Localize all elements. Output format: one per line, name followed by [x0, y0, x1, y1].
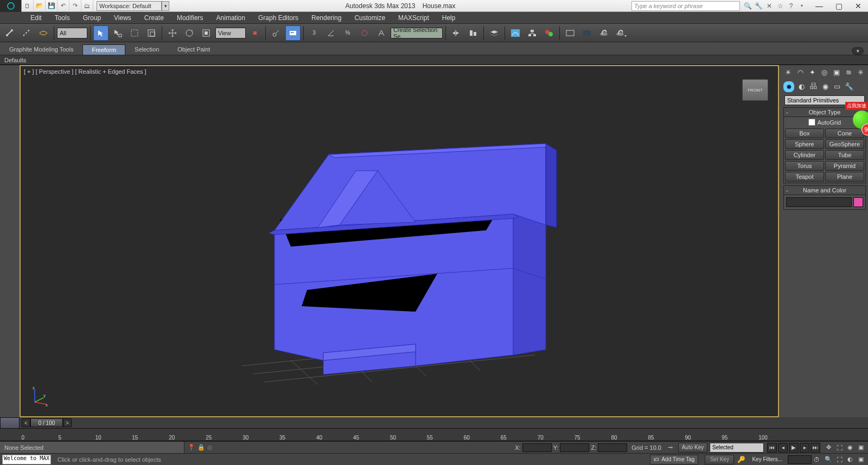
- material-editor-icon[interactable]: [541, 25, 557, 41]
- menu-graph-editors[interactable]: Graph Editors: [252, 12, 305, 24]
- menu-tools[interactable]: Tools: [48, 12, 76, 24]
- z-coord-input[interactable]: [598, 443, 627, 452]
- workspace-arrow-icon[interactable]: ▾: [162, 1, 169, 11]
- new-icon[interactable]: 🗋: [22, 0, 34, 12]
- menu-group[interactable]: Group: [76, 12, 107, 24]
- menu-help[interactable]: Help: [436, 12, 462, 24]
- teapot-button[interactable]: Teapot: [785, 172, 824, 182]
- render-flyout-icon[interactable]: [613, 25, 628, 41]
- rotate-icon[interactable]: [182, 25, 197, 41]
- goto-start-icon[interactable]: ⏮: [767, 443, 777, 453]
- scale-icon[interactable]: [199, 25, 214, 41]
- ribbon-tab-selection[interactable]: Selection: [125, 44, 168, 55]
- object-name-input[interactable]: [786, 197, 852, 207]
- select-by-name-icon[interactable]: [110, 25, 125, 41]
- motion-panel-button[interactable]: ◉: [820, 81, 830, 91]
- menu-edit[interactable]: Edit: [24, 12, 48, 24]
- key-mode-icon[interactable]: ⊸: [668, 444, 673, 451]
- vp-fov-icon[interactable]: ◐: [845, 455, 855, 464]
- viewcube[interactable]: FRONT: [742, 79, 768, 101]
- workspace-dropdown[interactable]: Workspace: Default: [97, 1, 162, 11]
- isolate-icon[interactable]: ◎: [207, 444, 213, 451]
- open-icon[interactable]: 📂: [34, 0, 46, 12]
- keyboard-shortcut-override-icon[interactable]: [285, 25, 301, 41]
- timeslider-right-arrow[interactable]: >: [63, 418, 72, 427]
- render-setup-icon[interactable]: [563, 25, 578, 41]
- favorite-icon[interactable]: ☆: [776, 2, 784, 10]
- pin-icon[interactable]: 📍: [188, 444, 195, 451]
- project-icon[interactable]: 🗂: [81, 0, 93, 12]
- spinner-snap-icon[interactable]: [357, 25, 372, 41]
- pyramid-button[interactable]: Pyramid: [825, 161, 864, 171]
- snap-3-icon[interactable]: 3: [307, 25, 322, 41]
- lock-selection-icon[interactable]: 🔒: [197, 444, 205, 451]
- y-coord-input[interactable]: [560, 443, 589, 452]
- percent-snap-icon[interactable]: %: [340, 25, 355, 41]
- create-spacewarp-icon[interactable]: ≋: [844, 67, 854, 77]
- maximize-viewport-icon[interactable]: ▣: [856, 443, 866, 453]
- pan-view-icon[interactable]: ✥: [824, 443, 833, 453]
- goto-end-icon[interactable]: ⏭: [810, 443, 820, 453]
- ribbon-tab-object-paint[interactable]: Object Paint: [168, 44, 219, 55]
- application-button[interactable]: [0, 0, 22, 12]
- menu-maxscript[interactable]: MAXScript: [392, 12, 436, 24]
- torus-button[interactable]: Torus: [785, 161, 824, 171]
- align-icon[interactable]: [465, 25, 481, 41]
- create-shape-icon[interactable]: ◠: [795, 67, 805, 77]
- next-frame-icon[interactable]: ▸: [800, 443, 809, 453]
- add-time-tag-button[interactable]: 🏷Add Time Tag: [650, 455, 698, 464]
- close-button[interactable]: ✕: [848, 0, 868, 12]
- play-icon[interactable]: ▶: [789, 443, 799, 453]
- time-config-icon[interactable]: ⏱: [814, 456, 824, 463]
- ribbon-tab-freeform[interactable]: Freeform: [82, 44, 125, 55]
- link-icon[interactable]: [2, 25, 17, 41]
- key-filters-link[interactable]: Key Filters...: [752, 456, 782, 462]
- geosphere-button[interactable]: GeoSphere: [825, 139, 864, 149]
- redo-icon[interactable]: ↷: [69, 0, 81, 12]
- schematic-view-icon[interactable]: [525, 25, 540, 41]
- sphere-button[interactable]: Sphere: [785, 139, 824, 149]
- x-coord-input[interactable]: [522, 443, 552, 452]
- menu-rendering[interactable]: Rendering: [305, 12, 348, 24]
- save-icon[interactable]: 💾: [46, 0, 58, 12]
- setkey-button[interactable]: Set Key: [705, 455, 734, 464]
- goto-frame-input[interactable]: [788, 455, 812, 464]
- unlink-icon[interactable]: [19, 25, 34, 41]
- time-slider[interactable]: < 0 / 100 >: [0, 417, 868, 428]
- create-system-icon[interactable]: ✳: [856, 67, 866, 77]
- menu-customize[interactable]: Customize: [348, 12, 392, 24]
- manipulate-icon[interactable]: [269, 25, 284, 41]
- select-rectangle-icon[interactable]: [127, 25, 142, 41]
- curve-editor-icon[interactable]: [508, 25, 523, 41]
- menu-modifiers[interactable]: Modifiers: [170, 12, 210, 24]
- arc-rotate-icon[interactable]: ◉: [845, 443, 855, 453]
- infocenter-search[interactable]: Type a keyword or phrase: [631, 1, 740, 11]
- selection-filter-dropdown[interactable]: All: [57, 28, 87, 38]
- mirror-icon[interactable]: [449, 25, 464, 41]
- maxscript-mini-listener[interactable]: Welcome to MAX: [2, 455, 51, 464]
- help-icon[interactable]: ?: [787, 2, 795, 10]
- edit-named-sel-icon[interactable]: [374, 25, 389, 41]
- minimize-button[interactable]: —: [809, 0, 829, 12]
- window-crossing-icon[interactable]: [144, 25, 159, 41]
- undo-icon[interactable]: ↶: [58, 0, 69, 12]
- utilities-panel-button[interactable]: 🔧: [844, 81, 854, 91]
- menu-animation[interactable]: Animation: [210, 12, 252, 24]
- create-panel-button[interactable]: ✹: [783, 81, 794, 92]
- create-light2-icon[interactable]: ✦: [808, 67, 818, 77]
- angle-snap-icon[interactable]: [323, 25, 339, 41]
- create-light-icon[interactable]: ☀: [783, 67, 793, 77]
- name-color-rollout[interactable]: -Name and Color: [784, 186, 865, 195]
- render-frame-window-icon[interactable]: [579, 25, 595, 41]
- autogrid-checkbox[interactable]: [808, 119, 815, 126]
- tube-button[interactable]: Tube: [825, 150, 864, 160]
- key-filters-icon[interactable]: 🔑: [737, 456, 745, 463]
- named-selection-dropdown[interactable]: Create Selection Se: [391, 28, 443, 38]
- current-frame-display[interactable]: 0 / 100: [30, 418, 63, 427]
- maximize-button[interactable]: ▢: [829, 0, 848, 12]
- autokey-button[interactable]: Auto Key: [678, 443, 707, 453]
- menu-views[interactable]: Views: [107, 12, 138, 24]
- vp-max-icon[interactable]: ▣: [856, 455, 866, 464]
- menu-create[interactable]: Create: [138, 12, 170, 24]
- object-color-swatch[interactable]: [853, 197, 863, 207]
